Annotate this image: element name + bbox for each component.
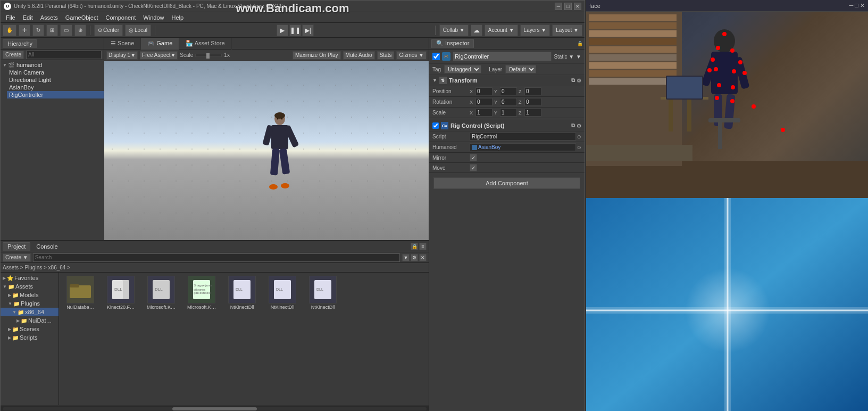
- tool-rotate[interactable]: ↻: [32, 24, 44, 36]
- transform-section-header[interactable]: ▼ ⇅ Transform ⧉ ⚙: [429, 75, 585, 86]
- tool-move[interactable]: ✛: [19, 24, 30, 36]
- gizmos-dropdown[interactable]: Gizmos ▼: [396, 51, 427, 60]
- scl-x-input[interactable]: [475, 109, 493, 117]
- mirror-checkbox[interactable]: [470, 154, 477, 161]
- asset-microsoft-k2[interactable]: Snagux-juntsgitkygmssgdk dshoew Microsof…: [182, 275, 221, 311]
- tab-project[interactable]: Project: [3, 242, 30, 251]
- object-name-input[interactable]: [453, 52, 552, 61]
- pos-x-input[interactable]: [475, 87, 493, 95]
- asset-kinect20[interactable]: DLL Kinect20.F…: [102, 275, 140, 311]
- transform-copy-icon[interactable]: ⧉: [571, 77, 575, 84]
- local-toggle[interactable]: ◎ Local: [125, 24, 151, 36]
- tab-inspector[interactable]: 🔍 Inspector: [431, 39, 474, 48]
- step-button[interactable]: ▶|: [302, 24, 314, 36]
- move-checkbox[interactable]: [470, 164, 477, 171]
- tab-game[interactable]: 🎮 Game: [141, 38, 179, 50]
- asset-ntkinectdll-1[interactable]: DLL NtKinectDll: [223, 275, 261, 311]
- mute-audio-btn[interactable]: Mute Audio: [343, 51, 375, 60]
- display-dropdown[interactable]: Display 1 ▼: [106, 51, 138, 60]
- asset-ntkinectdll-3[interactable]: DLL NtKinectDll: [304, 275, 342, 311]
- unity-minimize-btn[interactable]: ─: [555, 3, 562, 10]
- asset-ntkinectdll-2[interactable]: DLL NtKinectDll: [263, 275, 302, 311]
- unity-close-btn[interactable]: ✕: [574, 3, 581, 10]
- add-component-button[interactable]: Add Component: [433, 177, 580, 189]
- rigcontrol-section-header[interactable]: C# Rig Control (Script) ⧉ ⚙: [429, 120, 585, 131]
- rot-y-input[interactable]: [500, 98, 517, 106]
- scl-y-input[interactable]: [500, 109, 517, 117]
- menu-gameobject[interactable]: GameObject: [62, 14, 102, 21]
- collab-button[interactable]: Collab ▼: [439, 24, 469, 36]
- ptree-favorites[interactable]: ▶ ⭐ Favorites: [1, 274, 59, 282]
- transform-gear-icon[interactable]: ⚙: [577, 78, 581, 84]
- rot-x-input[interactable]: [475, 98, 493, 106]
- menu-component[interactable]: Component: [102, 14, 139, 21]
- tab-assetstore[interactable]: 🏪 Asset Store: [179, 38, 231, 50]
- ptree-nuidat[interactable]: ▶ 📁 NuiDat…: [1, 316, 59, 325]
- tab-hierarchy[interactable]: Hierarchy: [3, 39, 37, 48]
- menu-help[interactable]: Help: [168, 14, 187, 21]
- ptree-scenes[interactable]: ▶ 📁 Scenes: [1, 325, 59, 333]
- search-settings-icon[interactable]: ⚙: [411, 254, 418, 261]
- humanoid-ref-field[interactable]: AsianBoy: [470, 143, 576, 151]
- account-button[interactable]: Account ▼: [485, 24, 518, 36]
- asset-microsoft-k1[interactable]: DLL Microsoft.K…: [142, 275, 180, 311]
- script-ref-target-icon[interactable]: ⊙: [577, 134, 581, 139]
- tool-transform[interactable]: ⊕: [74, 24, 86, 36]
- hierarchy-item-dirlight[interactable]: Directional Light: [7, 76, 104, 84]
- tool-scale[interactable]: ⊞: [46, 24, 58, 36]
- pos-z-input[interactable]: [524, 87, 541, 95]
- maximize-on-play-btn[interactable]: Maximize On Play: [293, 51, 341, 60]
- project-menu-icon[interactable]: ≡: [419, 243, 427, 250]
- humanoid-target-icon[interactable]: ⊙: [577, 145, 581, 150]
- project-scrollbar[interactable]: [1, 405, 429, 411]
- hierarchy-create-btn[interactable]: Create: [3, 51, 24, 59]
- hierarchy-item-asianboy[interactable]: AsianBoy: [7, 84, 104, 91]
- rigcontrol-copy-icon[interactable]: ⧉: [571, 122, 575, 129]
- aspect-dropdown[interactable]: Free Aspect ▼: [140, 51, 178, 60]
- search-filter-icon[interactable]: ▼: [402, 254, 410, 261]
- cloud-button[interactable]: ☁: [471, 24, 482, 36]
- center-toggle[interactable]: ⊙ Center: [94, 24, 123, 36]
- ptree-x86-64[interactable]: ▼ 📁 x86_64: [1, 308, 59, 316]
- project-search-input[interactable]: [33, 253, 400, 262]
- project-create-btn[interactable]: Create ▼: [3, 253, 31, 262]
- hierarchy-item-maincamera[interactable]: Main Camera: [7, 69, 104, 76]
- ptree-assets[interactable]: ▼ 📁 Assets: [1, 282, 59, 291]
- hierarchy-search-input[interactable]: [26, 51, 102, 59]
- layout-button[interactable]: Layout ▼: [552, 24, 582, 36]
- rigcontrol-gear-icon[interactable]: ⚙: [577, 123, 581, 129]
- menu-edit[interactable]: Edit: [20, 14, 36, 21]
- scale-slider[interactable]: [195, 54, 222, 57]
- ptree-models[interactable]: ▶ 📁 Models: [1, 291, 59, 299]
- tool-hand[interactable]: ✋: [3, 24, 16, 36]
- face-maximize-btn[interactable]: □: [855, 2, 858, 9]
- menu-assets[interactable]: Assets: [37, 14, 61, 21]
- panel-collapse-icon[interactable]: ✕: [419, 254, 427, 261]
- scl-z-input[interactable]: [524, 109, 541, 117]
- script-ref-field[interactable]: RigControl: [470, 133, 576, 141]
- tab-scene[interactable]: ☰ Scene: [104, 38, 141, 50]
- project-lock-icon[interactable]: 🔒: [411, 243, 418, 250]
- face-close-btn[interactable]: ✕: [860, 2, 865, 9]
- play-button[interactable]: ▶: [277, 24, 288, 36]
- pos-y-input[interactable]: [500, 87, 517, 95]
- menu-file[interactable]: File: [3, 14, 19, 21]
- layers-button[interactable]: Layers ▼: [520, 24, 550, 36]
- rot-z-input[interactable]: [524, 98, 541, 106]
- tab-console[interactable]: Console: [31, 242, 62, 251]
- hierarchy-item-rigcontroller[interactable]: RigController: [7, 91, 104, 98]
- face-minimize-btn[interactable]: ─: [849, 2, 854, 9]
- unity-maximize-btn[interactable]: □: [564, 3, 572, 10]
- tool-rect[interactable]: ▭: [60, 24, 72, 36]
- ptree-plugins[interactable]: ▼ 📁 Plugins: [1, 299, 59, 308]
- component-active-checkbox[interactable]: [432, 122, 439, 129]
- pause-button[interactable]: ❚❚: [289, 24, 301, 36]
- static-toggle[interactable]: Static ▼ ▼: [554, 54, 581, 60]
- inspector-lock-icon[interactable]: 🔒: [577, 41, 582, 46]
- stats-btn[interactable]: Stats: [377, 51, 395, 60]
- object-active-checkbox[interactable]: [432, 53, 440, 60]
- hierarchy-item-humanoid[interactable]: ▼ 🎬 humanoid: [1, 61, 104, 69]
- asset-nuidatabase[interactable]: NuiDataba…: [61, 275, 99, 311]
- ptree-scripts[interactable]: ▶ 📁 Scripts: [1, 333, 59, 342]
- tag-select[interactable]: Untagged: [444, 65, 481, 73]
